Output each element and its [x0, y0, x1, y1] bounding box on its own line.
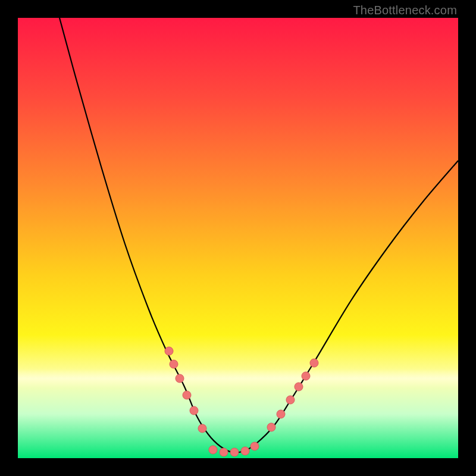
chart-background — [18, 18, 458, 458]
gradient-pale-band — [18, 369, 458, 388]
chart-frame — [18, 18, 458, 458]
gradient-main — [18, 18, 458, 458]
watermark-text: TheBottleneck.com — [353, 4, 457, 17]
